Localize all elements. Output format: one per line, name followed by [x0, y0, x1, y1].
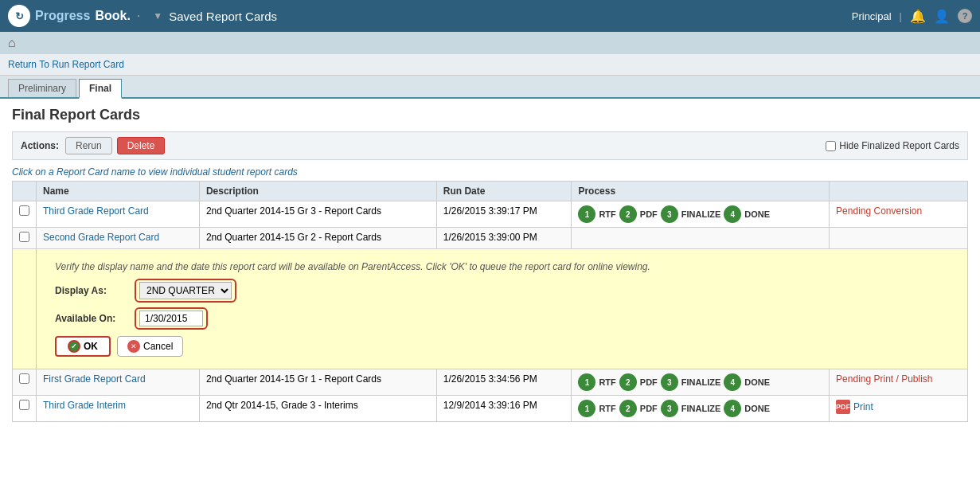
breadcrumb-bar: Return To Run Report Card — [0, 54, 980, 76]
table-row: Third Grade Interim 2nd Qtr 2014-15, Gra… — [13, 396, 968, 422]
ok-label: OK — [84, 341, 98, 352]
home-icon[interactable]: ⌂ — [8, 36, 16, 50]
row4-name-link[interactable]: Third Grade Interim — [43, 400, 126, 411]
actions-bar: Actions: Rerun Delete Hide Finalized Rep… — [12, 131, 968, 160]
row1-description-cell: 2nd Quarter 2014-15 Gr 3 - Report Cards — [199, 201, 436, 228]
row4-step4-label: DONE — [744, 404, 770, 413]
help-icon[interactable]: ? — [958, 9, 972, 23]
hide-finalized-checkbox[interactable] — [826, 141, 836, 151]
row4-name-cell: Third Grade Interim — [37, 396, 200, 422]
row4-rundate-cell: 12/9/2014 3:39:16 PM — [436, 396, 572, 422]
cancel-button[interactable]: ✕ Cancel — [117, 336, 183, 357]
nav-divider: · — [137, 9, 140, 23]
row2-checkbox[interactable] — [19, 232, 29, 242]
logo-book: Book. — [95, 9, 130, 23]
inline-form-cell: Verify the display name and the date thi… — [37, 249, 968, 369]
inline-form-row: Verify the display name and the date thi… — [13, 249, 968, 369]
main-content: Final Report Cards Actions: Rerun Delete… — [0, 99, 980, 430]
row4-process-steps: 1 RTF 2 PDF 3 FINALIZE 4 DONE — [578, 400, 822, 417]
row3-name-link[interactable]: First Grade Report Card — [43, 373, 146, 385]
ok-button[interactable]: ✓ OK — [55, 336, 111, 357]
page-title: Saved Report Cards — [169, 10, 277, 23]
app-logo: ↻ ProgressBook. — [8, 5, 131, 27]
row1-name-link[interactable]: Third Grade Report Card — [43, 205, 149, 217]
row4-step3-circle: 3 — [661, 400, 678, 417]
step2-circle: 2 — [619, 205, 637, 223]
row4-checkbox[interactable] — [19, 400, 29, 410]
row4-step4-circle: 4 — [724, 400, 741, 417]
row2-name-cell: Second Grade Report Card — [37, 228, 200, 249]
row3-checkbox-cell — [13, 369, 37, 396]
row3-process-cell: 1 RTF 2 PDF 3 FINALIZE 4 DONE — [572, 369, 830, 396]
step4-circle: 4 — [724, 205, 741, 223]
display-as-outline: 2ND QUARTER 1ST QUARTER 3RD QUARTER 4TH … — [135, 279, 236, 303]
row2-rundate-cell: 1/26/2015 3:39:00 PM — [436, 228, 572, 249]
top-nav: ↻ ProgressBook. · ▼ Saved Report Cards P… — [0, 0, 980, 32]
print-link[interactable]: Print — [853, 401, 873, 412]
display-as-row: Display As: 2ND QUARTER 1ST QUARTER 3RD … — [55, 279, 949, 303]
row3-step3-circle: 3 — [661, 373, 678, 391]
row3-step3-label: FINALIZE — [681, 377, 721, 387]
inline-form-indent — [13, 249, 37, 369]
step1-circle: 1 — [578, 205, 595, 223]
col-header-description: Description — [199, 182, 436, 201]
table-row: First Grade Report Card 2nd Quarter 2014… — [13, 369, 968, 396]
row3-process-steps: 1 RTF 2 PDF 3 FINALIZE 4 DONE — [578, 373, 822, 391]
available-on-input[interactable] — [139, 311, 203, 326]
breadcrumb-link[interactable]: Return To Run Report Card — [8, 59, 124, 70]
row2-process-cell — [572, 228, 830, 249]
delete-button[interactable]: Delete — [117, 137, 166, 154]
step4-label: DONE — [744, 209, 770, 219]
section-title: Final Report Cards — [12, 107, 968, 123]
row2-name-link[interactable]: Second Grade Report Card — [43, 232, 159, 243]
separator: | — [900, 10, 902, 22]
step3-circle: 3 — [661, 205, 678, 223]
row1-rundate-cell: 1/26/2015 3:39:17 PM — [436, 201, 572, 228]
row3-step1-label: RTF — [599, 377, 615, 387]
row3-checkbox[interactable] — [19, 373, 29, 384]
tabs-bar: Preliminary Final — [0, 76, 980, 99]
pdf-print-container: PDF Print — [836, 400, 961, 414]
form-buttons: ✓ OK ✕ Cancel — [55, 336, 949, 357]
row3-step2-label: PDF — [640, 377, 658, 387]
row4-status-cell: PDF Print — [830, 396, 968, 422]
row3-name-cell: First Grade Report Card — [37, 369, 200, 396]
col-header-name: Name — [37, 182, 200, 201]
report-table: Name Description Run Date Process Third … — [12, 181, 968, 422]
row1-process-steps: 1 RTF 2 PDF 3 FINALIZE 4 DONE — [578, 205, 822, 223]
table-row: Third Grade Report Card 2nd Quarter 2014… — [13, 201, 968, 228]
bell-icon[interactable]: 🔔 — [910, 9, 926, 24]
row4-step2-label: PDF — [640, 404, 658, 413]
tab-preliminary[interactable]: Preliminary — [8, 79, 76, 97]
row4-step1-circle: 1 — [578, 400, 595, 417]
table-row: Second Grade Report Card 2nd Quarter 201… — [13, 228, 968, 249]
available-on-row: Available On: — [55, 307, 949, 330]
tab-final[interactable]: Final — [79, 79, 122, 99]
sub-nav: ⌂ — [0, 32, 980, 54]
row1-name-cell: Third Grade Report Card — [37, 201, 200, 228]
row4-step3-label: FINALIZE — [681, 404, 721, 413]
row3-step4-circle: 4 — [724, 373, 741, 391]
row3-step4-label: DONE — [744, 377, 770, 387]
row3-status: Pending Print / Publish — [836, 373, 932, 385]
inline-form: Verify the display name and the date thi… — [43, 253, 961, 365]
row4-description-cell: 2nd Qtr 2014-15, Grade 3 - Interims — [199, 396, 436, 422]
display-as-label: Display As: — [55, 285, 135, 296]
col-header-checkbox — [13, 182, 37, 201]
cancel-label: Cancel — [143, 341, 173, 352]
row1-checkbox[interactable] — [19, 205, 29, 216]
pdf-icon: PDF — [836, 400, 850, 414]
step2-label: PDF — [640, 209, 658, 219]
table-hint: Click on a Report Card name to view indi… — [12, 166, 968, 178]
row3-rundate-cell: 1/26/2015 3:34:56 PM — [436, 369, 572, 396]
row1-checkbox-cell — [13, 201, 37, 228]
user-icon[interactable]: 👤 — [934, 9, 950, 24]
cancel-x-icon: ✕ — [127, 340, 140, 353]
col-header-status — [830, 182, 968, 201]
available-on-outline — [135, 307, 208, 330]
row3-description-cell: 2nd Quarter 2014-15 Gr 1 - Report Cards — [199, 369, 436, 396]
row2-checkbox-cell — [13, 228, 37, 249]
display-as-select[interactable]: 2ND QUARTER 1ST QUARTER 3RD QUARTER 4TH … — [139, 282, 232, 299]
rerun-button[interactable]: Rerun — [65, 137, 112, 154]
row3-step1-circle: 1 — [578, 373, 595, 391]
